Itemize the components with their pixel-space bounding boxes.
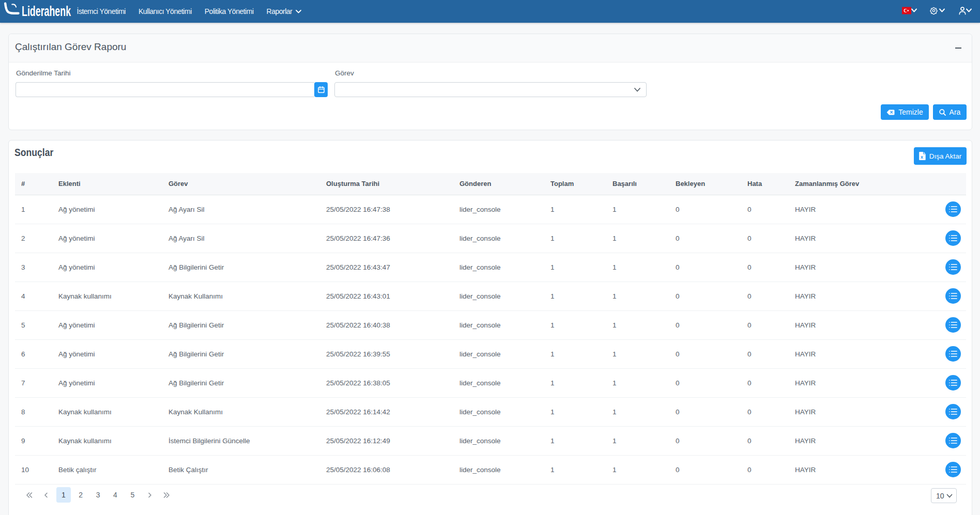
svg-text:x: x (921, 154, 923, 160)
